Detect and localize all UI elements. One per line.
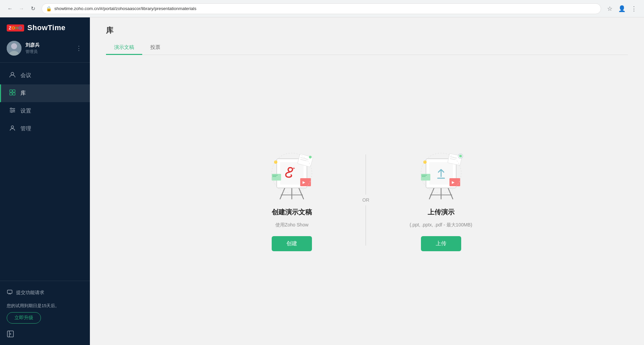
upload-button[interactable]: 上传 bbox=[421, 236, 461, 251]
svg-point-34 bbox=[309, 156, 312, 158]
svg-line-37 bbox=[448, 187, 453, 199]
divider-line-2 bbox=[366, 205, 366, 246]
svg-text:+: + bbox=[293, 166, 295, 170]
browser-chrome: ← → ↻ 🔒 showtime.zoho.com.cn/#/portal/zo… bbox=[0, 0, 644, 17]
sidebar: ZOHO ShowTime 刘彦兵 管理员 ⋮ bbox=[0, 17, 90, 345]
app-layout: ZOHO ShowTime 刘彦兵 管理员 ⋮ bbox=[0, 17, 644, 345]
reload-button[interactable]: ↻ bbox=[28, 4, 38, 13]
sidebar-item-meetings-label: 会议 bbox=[20, 72, 31, 79]
feature-request[interactable]: 提交功能请求 bbox=[7, 286, 83, 299]
svg-rect-29 bbox=[272, 175, 278, 176]
feature-request-icon bbox=[7, 289, 13, 296]
upload-card-subtitle: (.ppt, .pptx, .pdf - 最大100MB) bbox=[410, 222, 472, 228]
svg-rect-7 bbox=[13, 93, 15, 95]
svg-rect-31 bbox=[300, 178, 311, 186]
page-body: + bbox=[90, 55, 644, 345]
lock-icon: 🔒 bbox=[46, 6, 52, 11]
svg-line-19 bbox=[299, 187, 304, 199]
sidebar-item-meetings[interactable]: 会议 bbox=[0, 67, 90, 84]
tab-polls[interactable]: 投票 bbox=[142, 41, 168, 55]
logo-text: ShowTime bbox=[28, 23, 66, 32]
sidebar-item-settings[interactable]: 设置 bbox=[0, 102, 90, 120]
sidebar-item-manage-label: 管理 bbox=[20, 125, 31, 132]
card-divider: OR bbox=[349, 154, 383, 246]
collapse-sidebar-button[interactable] bbox=[7, 328, 83, 340]
create-card: + bbox=[235, 135, 349, 265]
create-card-subtitle: 使用Zoho Show bbox=[275, 222, 309, 228]
svg-point-11 bbox=[10, 108, 12, 109]
back-button[interactable]: ← bbox=[5, 4, 15, 13]
svg-rect-4 bbox=[10, 90, 12, 92]
upload-card-title: 上传演示 bbox=[428, 208, 454, 217]
svg-line-18 bbox=[280, 187, 285, 199]
browser-actions: ☆ 👤 ⋮ bbox=[605, 4, 639, 13]
svg-rect-5 bbox=[13, 90, 15, 92]
menu-button[interactable]: ⋮ bbox=[629, 4, 639, 13]
account-button[interactable]: 👤 bbox=[617, 4, 627, 13]
upload-illustration bbox=[411, 149, 471, 202]
trial-text: 您的试用到期日是15天后。 bbox=[7, 303, 83, 309]
svg-point-13 bbox=[11, 111, 12, 113]
svg-rect-48 bbox=[422, 175, 427, 176]
zoho-badge: ZOHO bbox=[7, 24, 24, 31]
svg-rect-6 bbox=[10, 93, 12, 95]
svg-point-14 bbox=[11, 126, 14, 128]
sidebar-item-settings-label: 设置 bbox=[20, 108, 31, 115]
sidebar-item-library-label: 库 bbox=[20, 90, 26, 97]
user-more-button[interactable]: ⋮ bbox=[74, 43, 83, 53]
upgrade-button[interactable]: 立即升级 bbox=[7, 312, 41, 324]
address-bar[interactable]: 🔒 showtime.zoho.com.cn/#/portal/zohosaas… bbox=[42, 3, 601, 14]
forward-button[interactable]: → bbox=[17, 4, 26, 13]
user-role: 管理员 bbox=[25, 49, 70, 55]
user-info: 刘彦兵 管理员 bbox=[25, 42, 70, 55]
svg-rect-30 bbox=[272, 176, 276, 177]
sidebar-item-library[interactable]: 库 bbox=[0, 84, 90, 102]
meetings-icon bbox=[9, 71, 16, 80]
nav-buttons: ← → ↻ bbox=[5, 4, 38, 13]
create-card-title: 创建演示文稿 bbox=[272, 208, 312, 217]
svg-rect-15 bbox=[7, 290, 12, 293]
svg-rect-50 bbox=[449, 178, 460, 186]
svg-point-1 bbox=[11, 43, 17, 49]
upload-card: 上传演示 (.ppt, .pptx, .pdf - 最大100MB) 上传 bbox=[383, 135, 499, 265]
page-title: 库 bbox=[106, 25, 628, 36]
settings-icon bbox=[9, 107, 16, 115]
avatar-image bbox=[7, 41, 21, 56]
content-cards: + bbox=[235, 135, 499, 265]
tabs: 演示文稿 投票 bbox=[106, 41, 628, 55]
feature-request-label: 提交功能请求 bbox=[16, 290, 44, 296]
svg-point-12 bbox=[13, 110, 14, 111]
avatar bbox=[7, 41, 21, 56]
create-illustration: + bbox=[262, 149, 322, 202]
sidebar-bottom: 提交功能请求 您的试用到期日是15天后。 立即升级 bbox=[0, 281, 90, 345]
or-text: OR bbox=[362, 197, 369, 203]
sidebar-item-manage[interactable]: 管理 bbox=[0, 120, 90, 138]
user-name: 刘彦兵 bbox=[25, 42, 70, 48]
svg-point-53 bbox=[459, 155, 462, 157]
svg-rect-49 bbox=[422, 176, 426, 177]
svg-point-3 bbox=[11, 72, 14, 75]
sidebar-nav: 会议 库 bbox=[0, 64, 90, 281]
create-button[interactable]: 创建 bbox=[272, 236, 312, 251]
user-section: 刘彦兵 管理员 ⋮ bbox=[0, 38, 90, 61]
tab-presentations[interactable]: 演示文稿 bbox=[106, 41, 142, 55]
bookmark-button[interactable]: ☆ bbox=[605, 4, 614, 13]
page-header: 库 演示文稿 投票 bbox=[90, 17, 644, 55]
sidebar-logo: ZOHO ShowTime bbox=[0, 17, 90, 38]
svg-rect-23 bbox=[280, 162, 304, 185]
url-text: showtime.zoho.com.cn/#/portal/zohosaasco… bbox=[54, 6, 597, 11]
sidebar-divider bbox=[0, 62, 90, 63]
divider-line bbox=[366, 154, 366, 195]
svg-line-36 bbox=[429, 187, 434, 199]
manage-icon bbox=[9, 125, 16, 133]
main-content: 库 演示文稿 投票 bbox=[90, 17, 644, 345]
library-icon bbox=[9, 89, 16, 97]
